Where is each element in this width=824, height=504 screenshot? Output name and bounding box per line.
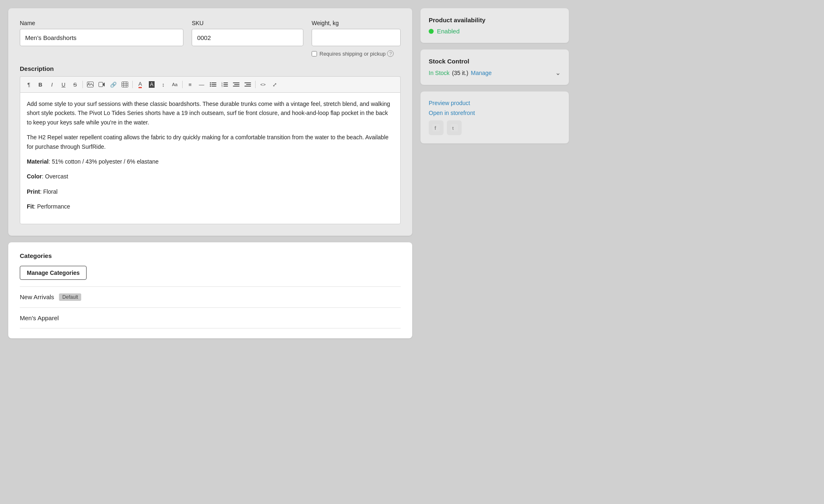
stock-manage-link[interactable]: Manage: [471, 70, 492, 76]
description-fit: Fit: Performance: [27, 202, 394, 211]
stock-title: Stock Control: [429, 58, 561, 65]
default-badge: Default: [59, 293, 81, 301]
toolbar-divider-4: [255, 81, 256, 88]
toolbar-divider-1: [82, 81, 83, 88]
availability-row: Enabled: [429, 28, 561, 35]
weight-label: Weight, kg: [312, 20, 401, 26]
svg-rect-19: [223, 86, 228, 87]
sku-field-group: SKU: [192, 20, 303, 57]
toolbar-ordered-list[interactable]: 1. 2. 3.: [219, 79, 230, 90]
toolbar-font-size[interactable]: Aa: [169, 79, 180, 90]
svg-point-12: [210, 86, 211, 87]
toolbar-html[interactable]: <>: [258, 79, 268, 90]
fit-value: : Performance: [34, 203, 70, 210]
svg-text:3.: 3.: [221, 85, 223, 87]
toolbar-unordered-list[interactable]: [208, 79, 218, 90]
toolbar-font-color[interactable]: A: [135, 79, 146, 90]
toolbar-table[interactable]: [120, 79, 130, 90]
description-material: Material: 51% cotton / 43% polyester / 6…: [27, 157, 394, 166]
svg-text:t: t: [452, 126, 454, 131]
manage-categories-button[interactable]: Manage Categories: [20, 266, 87, 280]
toolbar-align-center[interactable]: —: [196, 79, 207, 90]
svg-rect-13: [211, 86, 216, 87]
shipping-checkbox-row: Requires shipping or pickup ?: [312, 50, 401, 57]
preview-product-link[interactable]: Preview product: [429, 100, 561, 106]
availability-card: Product availability Enabled: [420, 8, 569, 43]
svg-rect-9: [211, 82, 216, 83]
category-row-new-arrivals: New Arrivals Default: [20, 287, 401, 308]
description-editor[interactable]: Add some style to your surf sessions wit…: [20, 92, 401, 224]
toolbar-strikethrough[interactable]: S: [70, 79, 80, 90]
toolbar-paragraph[interactable]: ¶: [23, 79, 34, 90]
enabled-dot-icon: [429, 29, 434, 34]
description-para2: The H2 Repel water repellent coating all…: [27, 133, 394, 151]
availability-title: Product availability: [429, 16, 561, 23]
toolbar-divider-3: [182, 81, 183, 88]
shipping-checkbox[interactable]: [312, 51, 317, 56]
svg-rect-23: [244, 82, 251, 83]
toolbar-divider-2: [132, 81, 133, 88]
svg-point-10: [210, 84, 211, 85]
categories-card: Categories Manage Categories New Arrival…: [8, 242, 412, 338]
sidebar: Product availability Enabled Stock Contr…: [420, 8, 569, 143]
description-section: Description ¶ B I U S: [20, 65, 401, 224]
svg-rect-24: [246, 84, 251, 85]
svg-rect-28: [451, 124, 458, 131]
toolbar-bold[interactable]: B: [35, 79, 46, 90]
svg-rect-25: [244, 86, 251, 87]
facebook-button[interactable]: f: [429, 120, 444, 135]
svg-rect-2: [99, 82, 103, 87]
description-para1: Add some style to your surf sessions wit…: [27, 99, 394, 127]
svg-point-8: [210, 82, 211, 84]
svg-rect-3: [122, 82, 128, 87]
category-row-mens-apparel: Men's Apparel: [20, 308, 401, 328]
toolbar-line-height[interactable]: ↕: [158, 79, 169, 90]
sku-input[interactable]: [192, 29, 303, 46]
fields-row: Name SKU Weight, kg Requires shipping or…: [20, 20, 401, 57]
toolbar-bg-color[interactable]: A: [146, 79, 157, 90]
open-storefront-link[interactable]: Open in storefront: [429, 110, 561, 116]
svg-point-1: [88, 83, 89, 84]
svg-rect-21: [234, 84, 239, 85]
help-icon[interactable]: ?: [387, 50, 394, 57]
toolbar-video[interactable]: [96, 79, 107, 90]
in-stock-text: In Stock: [429, 70, 450, 76]
toolbar-underline[interactable]: U: [58, 79, 69, 90]
svg-rect-17: [223, 84, 228, 85]
material-label: Material: [27, 158, 49, 165]
weight-input[interactable]: [312, 29, 401, 46]
svg-rect-15: [223, 82, 228, 83]
print-value: : Floral: [40, 188, 58, 195]
name-input[interactable]: [20, 29, 183, 46]
enabled-status: Enabled: [437, 28, 460, 35]
material-value: : 51% cotton / 43% polyester / 6% elasta…: [49, 158, 159, 165]
description-label: Description: [20, 65, 401, 72]
color-label: Color: [27, 173, 42, 180]
svg-rect-22: [233, 86, 239, 87]
toolbar-image[interactable]: [85, 79, 96, 90]
description-print: Print: Floral: [27, 187, 394, 196]
fit-label: Fit: [27, 203, 34, 210]
toolbar-fullscreen[interactable]: ⤢: [269, 79, 280, 90]
color-value: : Overcast: [42, 173, 68, 180]
toolbar-indent-increase[interactable]: [242, 79, 253, 90]
social-icons-row: f t: [429, 120, 561, 135]
twitter-button[interactable]: t: [447, 120, 462, 135]
svg-rect-11: [211, 84, 216, 85]
toolbar-italic[interactable]: I: [47, 79, 57, 90]
toolbar-link[interactable]: 🔗: [108, 79, 119, 90]
category-name-mens-apparel: Men's Apparel: [20, 314, 59, 321]
categories-title: Categories: [20, 252, 401, 259]
product-fields-card: Name SKU Weight, kg Requires shipping or…: [8, 8, 412, 236]
name-field-group: Name: [20, 20, 183, 57]
stock-card: Stock Control In Stock (35 it.) Manage ⌄: [420, 49, 569, 85]
editor-toolbar: ¶ B I U S: [20, 76, 401, 92]
links-card: Preview product Open in storefront f t: [420, 91, 569, 143]
toolbar-align-left[interactable]: ≡: [185, 79, 195, 90]
chevron-down-icon[interactable]: ⌄: [555, 69, 561, 77]
weight-field-group: Weight, kg Requires shipping or pickup ?: [312, 20, 401, 57]
print-label: Print: [27, 188, 40, 195]
name-label: Name: [20, 20, 183, 26]
description-color: Color: Overcast: [27, 172, 394, 181]
toolbar-indent-decrease[interactable]: [231, 79, 242, 90]
